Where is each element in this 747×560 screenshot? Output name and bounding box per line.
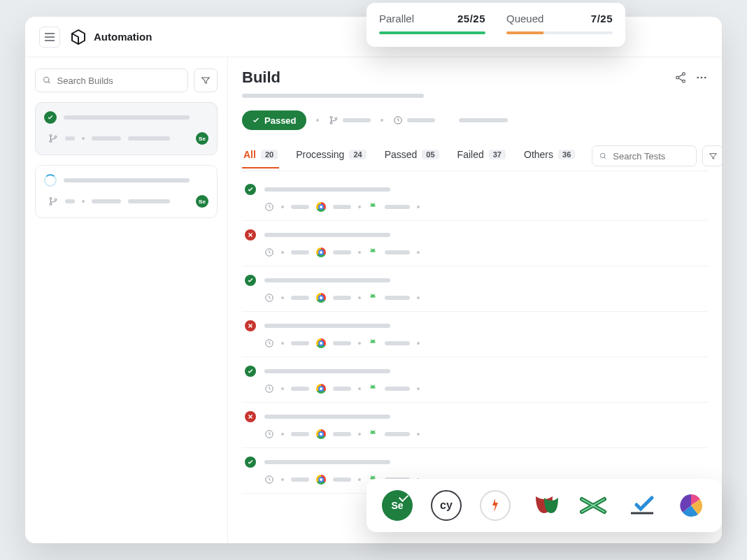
clock-icon xyxy=(393,115,403,125)
playwright-icon[interactable] xyxy=(480,490,511,521)
status-fail-icon xyxy=(245,411,256,422)
test-row[interactable] xyxy=(242,403,708,448)
svg-point-29 xyxy=(374,341,374,342)
svg-point-31 xyxy=(371,387,372,387)
filter-icon xyxy=(709,152,718,161)
branch-meta xyxy=(329,115,371,125)
share-button[interactable] xyxy=(674,71,687,84)
search-icon xyxy=(599,152,607,161)
status-pass-icon xyxy=(245,366,256,377)
android-icon xyxy=(368,338,378,348)
tab-processing[interactable]: Processing 24 xyxy=(294,149,368,168)
status-processing-icon xyxy=(44,174,57,187)
status-pass-icon xyxy=(245,275,256,286)
clock-icon xyxy=(264,202,274,212)
clock-icon xyxy=(264,293,274,303)
svg-point-35 xyxy=(374,432,374,433)
tab-failed[interactable]: Failed 37 xyxy=(456,149,507,168)
svg-point-13 xyxy=(330,116,332,118)
search-builds-input[interactable] xyxy=(35,69,188,92)
more-button[interactable] xyxy=(695,71,708,84)
search-icon xyxy=(43,76,52,85)
filter-builds-button[interactable] xyxy=(194,69,218,92)
puppeteer-icon[interactable] xyxy=(529,490,560,521)
svg-point-28 xyxy=(371,341,372,342)
testcafe-icon[interactable] xyxy=(578,490,609,521)
check-icon xyxy=(252,116,260,124)
stat-bar xyxy=(506,31,613,34)
test-row[interactable] xyxy=(242,357,708,403)
stat-bar xyxy=(379,31,485,34)
placeholder-text xyxy=(242,94,424,98)
sidebar: Se xyxy=(25,57,228,543)
build-card[interactable]: Se xyxy=(35,102,218,155)
filter-icon xyxy=(201,76,211,85)
svg-point-20 xyxy=(374,205,374,206)
svg-point-23 xyxy=(374,250,374,251)
chrome-icon xyxy=(316,202,326,212)
clock-icon xyxy=(264,429,274,439)
hamburger-icon xyxy=(45,33,55,41)
stat-queued: Queued 7/25 xyxy=(506,13,613,34)
placeholder-text xyxy=(64,115,190,120)
appium-icon[interactable] xyxy=(676,490,706,521)
stats-card: Parallel 25/25 Queued 7/25 xyxy=(367,3,625,47)
tab-others[interactable]: Others 36 xyxy=(522,149,576,168)
build-card[interactable]: Se xyxy=(35,165,218,218)
svg-point-5 xyxy=(50,203,52,206)
share-icon xyxy=(674,71,687,84)
more-icon xyxy=(695,71,708,84)
selenium-chip-icon: Se xyxy=(196,195,208,208)
svg-point-12 xyxy=(704,77,706,79)
test-row[interactable] xyxy=(242,266,708,312)
svg-point-19 xyxy=(371,205,372,206)
katalon-icon[interactable] xyxy=(627,490,657,521)
svg-point-14 xyxy=(330,122,332,124)
svg-point-26 xyxy=(374,296,374,296)
svg-point-25 xyxy=(371,296,372,296)
tab-all[interactable]: All 20 xyxy=(242,149,279,168)
branch-icon xyxy=(329,115,339,125)
logo: Automation xyxy=(70,29,152,45)
test-list xyxy=(242,175,708,494)
android-icon xyxy=(368,384,378,394)
chrome-icon xyxy=(316,475,326,484)
test-row[interactable] xyxy=(242,221,708,266)
menu-button[interactable] xyxy=(39,27,60,48)
clock-icon xyxy=(264,475,274,484)
svg-point-15 xyxy=(335,117,337,120)
filter-tests-button[interactable] xyxy=(702,145,722,166)
test-row[interactable] xyxy=(242,175,708,221)
chrome-icon xyxy=(316,429,326,439)
clock-icon xyxy=(264,338,274,348)
android-icon xyxy=(368,247,378,257)
tabs: All 20 Processing 24 Passed 05 Failed 37 xyxy=(242,145,708,171)
status-fail-icon xyxy=(245,229,256,240)
clock-icon xyxy=(264,247,274,257)
svg-point-1 xyxy=(50,134,52,136)
svg-point-2 xyxy=(50,141,52,143)
svg-point-4 xyxy=(50,197,52,199)
status-pill: Passed xyxy=(242,110,306,130)
cypress-icon[interactable]: cy xyxy=(431,490,462,521)
android-icon xyxy=(368,293,378,303)
selenium-icon[interactable]: Se xyxy=(382,490,413,521)
svg-point-37 xyxy=(371,478,372,478)
status-pass-icon xyxy=(245,457,256,468)
android-icon xyxy=(368,202,378,212)
chrome-icon xyxy=(316,384,326,394)
tab-passed[interactable]: Passed 05 xyxy=(383,149,441,168)
clock-icon xyxy=(264,384,274,394)
svg-point-34 xyxy=(371,432,372,433)
frameworks-tray: Se cy xyxy=(367,479,722,532)
test-row[interactable] xyxy=(242,312,708,357)
search-tests-input[interactable] xyxy=(592,145,697,166)
branch-icon xyxy=(48,134,58,143)
svg-point-0 xyxy=(44,77,49,82)
status-fail-icon xyxy=(245,320,256,331)
svg-point-22 xyxy=(371,250,372,251)
page-title: Build xyxy=(242,69,280,87)
svg-point-3 xyxy=(55,136,57,138)
chrome-icon xyxy=(316,247,326,257)
android-icon xyxy=(368,429,378,439)
